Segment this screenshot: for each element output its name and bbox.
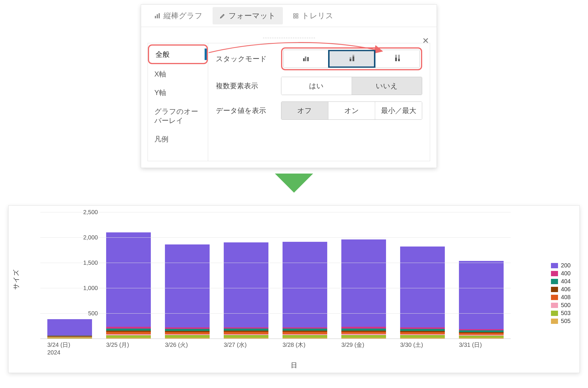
- sidebar-item-general[interactable]: 全般: [148, 44, 208, 64]
- svg-rect-8: [305, 56, 306, 61]
- sidebar-item-overlay[interactable]: グラフのオーバーレイ: [148, 103, 208, 129]
- drag-handle[interactable]: [263, 37, 315, 39]
- show-values-on[interactable]: オン: [328, 102, 375, 119]
- bar-segment: [341, 335, 386, 337]
- bar-stack[interactable]: [47, 319, 92, 339]
- bar-stack[interactable]: [341, 239, 386, 339]
- legend-swatch: [551, 303, 558, 308]
- bar-segment: [283, 242, 327, 327]
- sidebar-item-xaxis[interactable]: X軸: [148, 65, 208, 83]
- seg-label: オフ: [297, 106, 312, 115]
- y-tick-label: 1,000: [74, 285, 98, 292]
- chart-card: サイズ 200400404406408500503505 日 5001,0001…: [8, 205, 580, 373]
- bar-segment: [106, 335, 151, 338]
- legend-item[interactable]: 505: [551, 318, 571, 324]
- sidebar-item-label: 全般: [156, 50, 170, 58]
- bar-stack[interactable]: [459, 261, 504, 339]
- svg-rect-15: [395, 55, 397, 58]
- bar-segment: [165, 335, 210, 337]
- legend-swatch: [551, 263, 558, 268]
- y-tick-label: 500: [74, 310, 98, 317]
- bar-stack[interactable]: [106, 232, 151, 339]
- pencil-icon: [220, 13, 225, 19]
- row-stack-mode: スタックモード: [216, 47, 422, 70]
- settings-area: スタックモード: [208, 43, 430, 161]
- multi-elem-yes[interactable]: はい: [281, 77, 352, 95]
- chart-legend: 200400404406408500503505: [551, 262, 571, 324]
- row-label: データ値を表示: [216, 106, 275, 115]
- multi-elem-group: はい いいえ: [281, 77, 422, 95]
- legend-label: 200: [561, 262, 571, 269]
- bar-segment: [400, 335, 445, 337]
- bar-segment: [283, 332, 327, 334]
- x-tick-label: 3/26 (火): [165, 341, 188, 349]
- x-tick-label: 3/31 (日): [459, 341, 482, 349]
- plot-area: [40, 212, 511, 339]
- bar-stack[interactable]: [400, 247, 445, 339]
- show-values-off[interactable]: オフ: [281, 102, 328, 119]
- sidebar-item-label: Y軸: [154, 89, 166, 96]
- bar-stack[interactable]: [224, 242, 268, 339]
- show-values-minmax[interactable]: 最小／最大: [375, 102, 422, 119]
- legend-item[interactable]: 408: [551, 294, 571, 301]
- bar-segment: [224, 335, 268, 337]
- bar-slot: [40, 212, 99, 339]
- tab-bar-chart[interactable]: 縦棒グラフ: [147, 7, 210, 24]
- legend-label: 503: [561, 310, 571, 317]
- legend-item[interactable]: 406: [551, 286, 571, 293]
- bar-segment: [400, 247, 445, 327]
- legend-item[interactable]: 500: [551, 302, 571, 309]
- x-tick-label: 3/29 (金): [341, 341, 364, 349]
- y-tick-label: 2,000: [74, 234, 98, 241]
- legend-swatch: [551, 271, 558, 276]
- tab-format-label: フォーマット: [228, 11, 276, 21]
- stacked-bars-icon: [348, 54, 356, 64]
- x-tick-label: 3/28 (木): [283, 341, 305, 349]
- svg-rect-9: [307, 57, 309, 61]
- stack-mode-100pct[interactable]: [375, 50, 420, 68]
- x-axis-label: 日: [291, 361, 297, 370]
- bar-segment: [47, 319, 92, 335]
- bar-slot: [217, 212, 275, 339]
- bar-stack[interactable]: [165, 244, 210, 339]
- svg-rect-17: [398, 55, 400, 59]
- svg-rect-3: [294, 14, 295, 15]
- stack-mode-stacked[interactable]: [328, 50, 375, 68]
- legend-item[interactable]: 503: [551, 310, 571, 317]
- legend-item[interactable]: 404: [551, 278, 571, 285]
- y-tick-label: 1,500: [74, 259, 98, 266]
- row-multi-elements: 複数要素表示 はい いいえ: [216, 77, 422, 95]
- seg-label: オン: [344, 106, 359, 115]
- bar-segment: [224, 332, 268, 334]
- sidebar-item-yaxis[interactable]: Y軸: [148, 84, 208, 101]
- legend-label: 505: [561, 318, 571, 324]
- sidebar-item-legend[interactable]: 凡例: [148, 130, 208, 148]
- bar-slot: [158, 212, 217, 339]
- svg-rect-6: [296, 16, 298, 18]
- tab-format[interactable]: フォーマット: [213, 7, 283, 24]
- bar-segment: [400, 332, 445, 334]
- stack-mode-none[interactable]: [284, 50, 328, 68]
- tab-trellis[interactable]: トレリス: [286, 7, 340, 24]
- bar-stack[interactable]: [283, 242, 327, 339]
- bar-segment: [283, 329, 327, 331]
- legend-item[interactable]: 200: [551, 262, 571, 269]
- bar-segment: [106, 329, 151, 331]
- legend-label: 408: [561, 294, 571, 301]
- svg-rect-0: [155, 16, 156, 18]
- x-tick-label: 3/24 (日)2024: [47, 341, 70, 356]
- seg-label: はい: [309, 81, 324, 91]
- tab-trellis-label: トレリス: [302, 11, 333, 21]
- stacked-100-icon: [393, 54, 402, 64]
- multi-elem-no[interactable]: いいえ: [352, 77, 422, 95]
- stack-mode-highlight: [281, 47, 422, 70]
- format-settings-panel: 縦棒グラフ フォーマット トレリス ✕ 全般 X軸 Y軸: [141, 4, 437, 168]
- x-tick-label: 3/27 (水): [224, 341, 247, 349]
- legend-item[interactable]: 400: [551, 270, 571, 277]
- svg-rect-13: [353, 55, 354, 56]
- bar-slot: [452, 212, 511, 339]
- svg-rect-2: [159, 13, 160, 18]
- svg-rect-10: [350, 59, 351, 61]
- stack-mode-group: [283, 50, 420, 68]
- svg-rect-1: [157, 14, 158, 18]
